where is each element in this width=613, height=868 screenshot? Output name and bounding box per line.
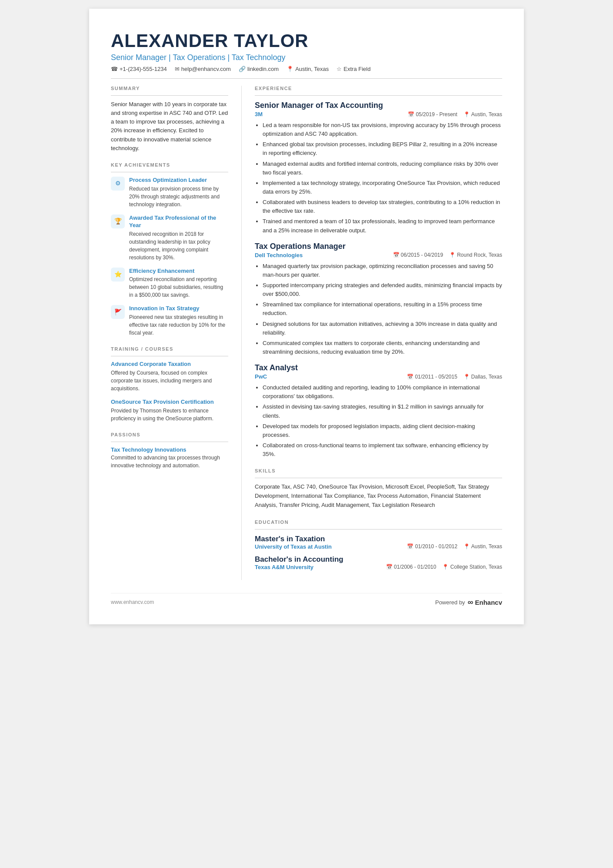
summary-label: SUMMARY: [111, 86, 228, 91]
job-company-1: Dell Technologies: [255, 252, 303, 258]
pin-icon-2: 📍: [463, 374, 470, 380]
job-date-loc-0: 📅 05/2019 - Present 📍 Austin, Texas: [408, 111, 502, 117]
bullet: Assisted in devising tax-saving strategi…: [263, 402, 502, 420]
candidate-name: ALEXANDER TAYLOR: [111, 30, 502, 51]
resume-page: ALEXANDER TAYLOR Senior Manager | Tax Op…: [89, 9, 524, 624]
linkedin-icon: 🔗: [239, 66, 246, 72]
contact-row: ☎ +1-(234)-555-1234 ✉ help@enhancv.com 🔗…: [111, 66, 502, 72]
pin-icon-edu-1: 📍: [442, 564, 449, 570]
job-meta-1: Dell Technologies 📅 06/2015 - 04/2019 📍 …: [255, 252, 502, 258]
achievement-icon-0: ⚙: [111, 177, 125, 191]
job-meta-0: 3M 📅 05/2019 - Present 📍 Austin, Texas: [255, 111, 502, 117]
location-icon: 📍: [287, 66, 293, 72]
job-bullets-2: Conducted detailed auditing and reportin…: [255, 383, 502, 459]
training-item-0: Advanced Corporate Taxation Offered by C…: [111, 361, 228, 392]
passion-desc-0: Committed to advancing tax processes thr…: [111, 454, 228, 469]
summary-section: SUMMARY Senior Manager with 10 years in …: [111, 86, 228, 153]
star-icon: ☆: [336, 66, 342, 72]
logo-icon: ∞: [468, 598, 473, 607]
skills-text: Corporate Tax, ASC 740, OneSource Tax Pr…: [255, 483, 502, 509]
achievement-icon-1: 🏆: [111, 214, 125, 228]
achievement-title-2: Efficiency Enhancement: [129, 268, 228, 275]
edu-meta-1: Texas A&M University 📅 01/2006 - 01/2010…: [255, 564, 502, 570]
powered-by-text: Powered by: [435, 599, 465, 606]
edu-date-loc-1: 📅 01/2006 - 01/2010 📍 College Station, T…: [386, 564, 502, 570]
footer-website: www.enhancv.com: [111, 599, 154, 605]
skills-label: SKILLS: [255, 468, 502, 473]
bullet: Conducted detailed auditing and reportin…: [263, 383, 502, 401]
email-icon: ✉: [175, 66, 180, 72]
achievement-desc-3: Pioneered new tax strategies resulting i…: [129, 313, 228, 337]
edu-degree-1: Bachelor's in Accounting: [255, 555, 502, 564]
column-divider: [241, 86, 242, 580]
achievement-desc-0: Reduced tax provision process time by 20…: [129, 185, 228, 208]
achievement-icon-2: ⭐: [111, 268, 125, 282]
calendar-icon-1: 📅: [393, 252, 400, 258]
calendar-icon-edu-1: 📅: [386, 564, 393, 570]
job-meta-2: PwC 📅 01/2011 - 05/2015 📍 Dallas, Texas: [255, 373, 502, 380]
achievement-title-0: Process Optimization Leader: [129, 177, 228, 184]
experience-section: EXPERIENCE Senior Manager of Tax Account…: [255, 86, 502, 459]
calendar-icon-edu-0: 📅: [407, 543, 413, 550]
skills-section: SKILLS Corporate Tax, ASC 740, OneSource…: [255, 468, 502, 509]
training-desc-0: Offered by Coursera, focused on complex …: [111, 369, 228, 392]
footer-brand: Powered by ∞ Enhancv: [435, 598, 502, 607]
pin-icon-edu-0: 📍: [463, 543, 470, 550]
pin-icon-1: 📍: [449, 252, 456, 258]
training-label: TRAINING / COURSES: [111, 346, 228, 352]
edu-meta-0: University of Texas at Austin 📅 01/2010 …: [255, 543, 502, 550]
body-columns: SUMMARY Senior Manager with 10 years in …: [111, 86, 502, 580]
achievements-label: KEY ACHIEVEMENTS: [111, 162, 228, 168]
job-1: Tax Operations Manager Dell Technologies…: [255, 242, 502, 356]
bullet: Communicated complex tax matters to corp…: [263, 339, 502, 356]
bullet: Managed quarterly tax provision package,…: [263, 262, 502, 279]
experience-label: EXPERIENCE: [255, 86, 502, 91]
edu-item-0: Master's in Taxation University of Texas…: [255, 535, 502, 550]
bullet: Implemented a tax technology strategy, i…: [263, 179, 502, 196]
bullet: Supported intercompany pricing strategie…: [263, 281, 502, 298]
calendar-icon-2: 📅: [407, 374, 413, 380]
candidate-title: Senior Manager | Tax Operations | Tax Te…: [111, 53, 502, 62]
achievement-title-1: Awarded Tax Professional of the Year: [129, 214, 228, 229]
job-title-2: Tax Analyst: [255, 363, 502, 372]
achievement-desc-1: Received recognition in 2018 for outstan…: [129, 230, 228, 261]
training-title-0: Advanced Corporate Taxation: [111, 361, 228, 368]
bullet: Collaborated with business leaders to de…: [263, 198, 502, 215]
edu-school-0: University of Texas at Austin: [255, 543, 332, 550]
job-bullets-1: Managed quarterly tax provision package,…: [255, 262, 502, 356]
left-column: SUMMARY Senior Manager with 10 years in …: [111, 86, 228, 580]
edu-degree-0: Master's in Taxation: [255, 535, 502, 543]
achievement-title-3: Innovation in Tax Strategy: [129, 305, 228, 312]
achievement-item-1: 🏆 Awarded Tax Professional of the Year R…: [111, 214, 228, 261]
bullet: Designed solutions for tax automation in…: [263, 320, 502, 337]
edu-date-loc-0: 📅 01/2010 - 01/2012 📍 Austin, Texas: [407, 543, 502, 550]
training-item-1: OneSource Tax Provision Certification Pr…: [111, 399, 228, 422]
passions-section: PASSIONS Tax Technology Innovations Comm…: [111, 432, 228, 469]
achievements-section: KEY ACHIEVEMENTS ⚙ Process Optimization …: [111, 162, 228, 337]
job-date-loc-1: 📅 06/2015 - 04/2019 📍 Round Rock, Texas: [393, 252, 502, 258]
calendar-icon-0: 📅: [408, 111, 414, 117]
enhancv-logo: ∞ Enhancv: [468, 598, 502, 607]
education-section: EDUCATION Master's in Taxation Universit…: [255, 519, 502, 570]
job-0: Senior Manager of Tax Accounting 3M 📅 05…: [255, 101, 502, 235]
right-column: EXPERIENCE Senior Manager of Tax Account…: [255, 86, 502, 580]
job-2: Tax Analyst PwC 📅 01/2011 - 05/2015 📍 Da…: [255, 363, 502, 459]
bullet: Collaborated on cross-functional teams t…: [263, 441, 502, 459]
job-date-loc-2: 📅 01/2011 - 05/2015 📍 Dallas, Texas: [407, 374, 502, 380]
achievement-desc-2: Optimized reconciliation and reporting b…: [129, 275, 228, 299]
edu-item-1: Bachelor's in Accounting Texas A&M Unive…: [255, 555, 502, 570]
bullet: Streamlined tax compliance for internati…: [263, 300, 502, 318]
summary-text: Senior Manager with 10 years in corporat…: [111, 100, 228, 153]
header: ALEXANDER TAYLOR Senior Manager | Tax Op…: [111, 30, 502, 72]
bullet: Managed external audits and fortified in…: [263, 160, 502, 177]
contact-location: 📍 Austin, Texas: [287, 66, 329, 72]
education-label: EDUCATION: [255, 519, 502, 525]
bullet: Developed tax models for proposed legisl…: [263, 422, 502, 439]
training-title-1: OneSource Tax Provision Certification: [111, 399, 228, 406]
training-section: TRAINING / COURSES Advanced Corporate Ta…: [111, 346, 228, 422]
contact-extra: ☆ Extra Field: [336, 66, 370, 72]
training-desc-1: Provided by Thomson Reuters to enhance p…: [111, 407, 228, 422]
achievement-icon-3: 🚩: [111, 305, 125, 319]
passions-label: PASSIONS: [111, 432, 228, 437]
bullet: Led a team responsible for non-US tax pr…: [263, 121, 502, 138]
